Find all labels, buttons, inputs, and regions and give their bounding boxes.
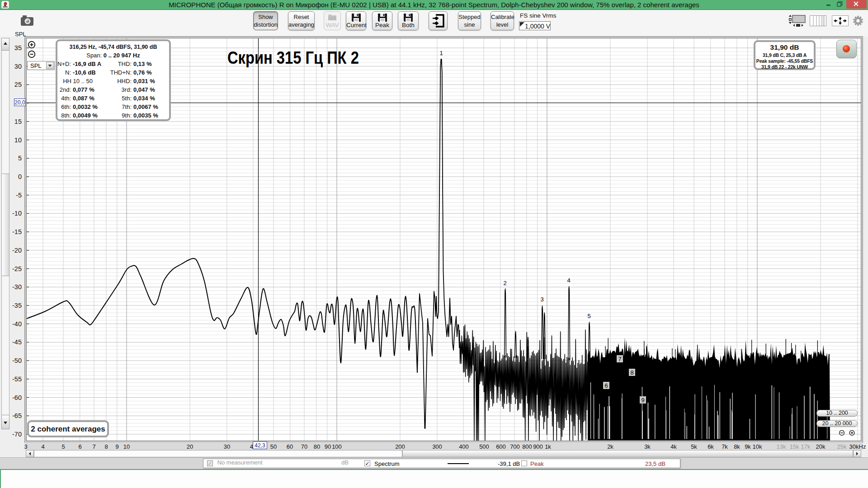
svg-text:3: 3	[540, 296, 543, 303]
svg-text:2: 2	[503, 280, 506, 286]
svg-text:1: 1	[439, 50, 443, 56]
svg-text:8: 8	[630, 369, 633, 376]
svg-text:6: 6	[604, 382, 608, 389]
svg-text:7: 7	[618, 356, 621, 362]
svg-text:4: 4	[567, 277, 570, 284]
svg-text:5: 5	[587, 313, 590, 319]
svg-text:9: 9	[641, 397, 644, 404]
